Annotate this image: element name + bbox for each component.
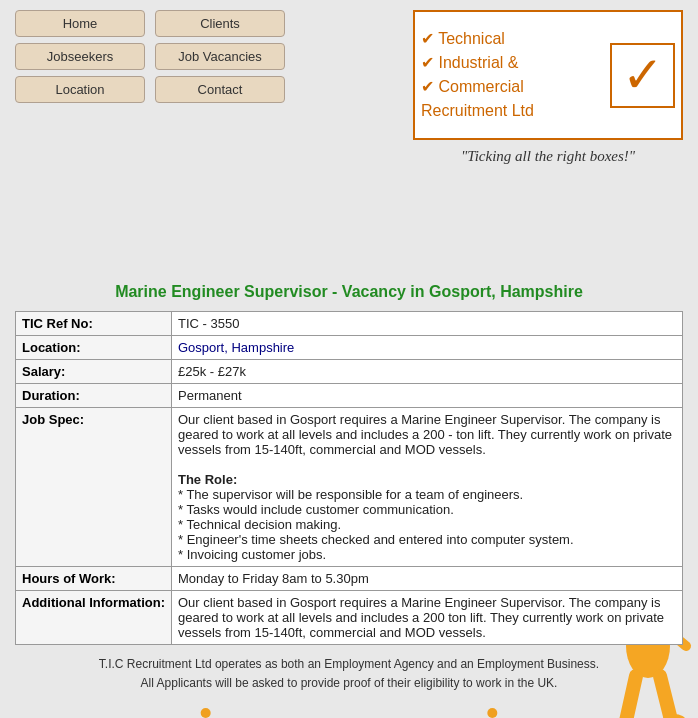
hours-label: Hours of Work: (16, 567, 172, 591)
location-value: Gosport, Hampshire (171, 336, 682, 360)
logo-area: ✔ Technical ✔ Industrial & ✔ Commercial … (413, 10, 683, 140)
main-content: Marine Engineer Supervisor - Vacancy in … (0, 283, 698, 718)
svg-point-0 (200, 708, 210, 718)
home-btn[interactable]: Home (15, 10, 145, 37)
additional-label: Additional Information: (16, 591, 172, 645)
bottom-info: T.I.C Recruitment Ltd operates as both a… (15, 655, 683, 693)
role-point-2: * Tasks would include customer communica… (178, 502, 454, 517)
role-point-4: * Engineer's time sheets checked and ent… (178, 532, 574, 547)
role-point-5: * Invoicing customer jobs. (178, 547, 326, 562)
role-title: The Role: (178, 472, 237, 487)
logo-checks: ✔ Technical ✔ Industrial & ✔ Commercial … (421, 27, 604, 123)
duration-value: Permanent (171, 384, 682, 408)
jobspec-label: Job Spec: (16, 408, 172, 567)
table-row-additional: Additional Information: Our client based… (16, 591, 683, 645)
tagline-text: "Ticking all the right boxes!" (413, 148, 683, 165)
clients-btn[interactable]: Clients (155, 10, 285, 37)
logo-check-big: ✓ (610, 43, 675, 108)
big-checkmark: ✓ (622, 50, 664, 100)
table-row-duration: Duration: Permanent (16, 384, 683, 408)
table-row-ref: TIC Ref No: TIC - 3550 (16, 312, 683, 336)
additional-value: Our client based in Gosport requires a M… (171, 591, 682, 645)
job-vacancies-btn[interactable]: Job Vacancies (155, 43, 285, 70)
logo-text: ✔ Technical ✔ Industrial & ✔ Commercial … (421, 27, 604, 123)
notice2: All Applicants will be asked to provide … (15, 674, 683, 693)
jobspec-value: Our client based in Gosport requires a M… (171, 408, 682, 567)
location-label: Location: (16, 336, 172, 360)
logo-line3: ✔ Commercial (421, 78, 524, 95)
salary-value: £25k - £27k (171, 360, 682, 384)
table-row-jobspec: Job Spec: Our client based in Gosport re… (16, 408, 683, 567)
table-row-salary: Salary: £25k - £27k (16, 360, 683, 384)
logo-line4: Recruitment Ltd (421, 102, 534, 119)
figure-right-icon (459, 703, 509, 718)
location-btn[interactable]: Location (15, 76, 145, 103)
ref-value: TIC - 3550 (171, 312, 682, 336)
salary-label: Salary: (16, 360, 172, 384)
job-table: TIC Ref No: TIC - 3550 Location: Gosport… (15, 311, 683, 645)
jobseekers-btn[interactable]: Jobseekers (15, 43, 145, 70)
tagline-row: "Ticking all the right boxes!" (413, 148, 683, 165)
notice1: T.I.C Recruitment Ltd operates as both a… (15, 655, 683, 674)
page-wrapper: Home Clients Jobseekers Job Vacancies Lo… (0, 0, 698, 718)
duration-label: Duration: (16, 384, 172, 408)
role-point-3: * Technical decision making. (178, 517, 341, 532)
ref-label: TIC Ref No: (16, 312, 172, 336)
role-point-1: * The supervisor will be responsible for… (178, 487, 523, 502)
table-row-location: Location: Gosport, Hampshire (16, 336, 683, 360)
hours-value: Monday to Friday 8am to 5.30pm (171, 567, 682, 591)
figure-left-icon (189, 703, 239, 718)
apply-row: Click here to apply for this job (15, 703, 683, 718)
page-title: Marine Engineer Supervisor - Vacancy in … (15, 283, 683, 301)
table-row-hours: Hours of Work: Monday to Friday 8am to 5… (16, 567, 683, 591)
contact-btn[interactable]: Contact (155, 76, 285, 103)
logo-line2: ✔ Industrial & (421, 54, 518, 71)
svg-point-6 (488, 708, 498, 718)
logo-line1: ✔ Technical (421, 30, 505, 47)
jobspec-intro: Our client based in Gosport requires a M… (178, 412, 672, 457)
